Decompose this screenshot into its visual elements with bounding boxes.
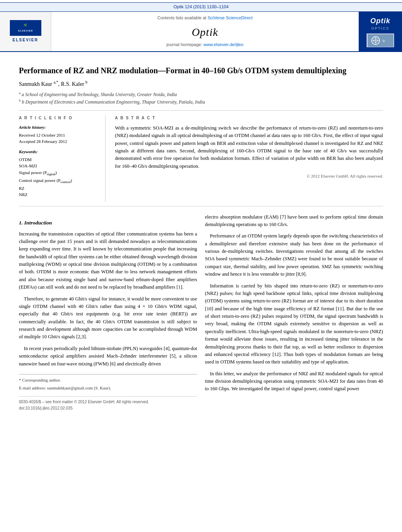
author-names: Sanmukh Kaur a,*, R.S. Kaler b [19, 81, 87, 87]
abstract-text: With a symmetric SOA-MZI as a de-multipl… [115, 124, 383, 170]
abstract-label: A B S T R A C T [115, 115, 383, 121]
footnote-corresponding: * Corresponding author. [19, 377, 197, 384]
accepted-date: Accepted 28 February 2012 [19, 138, 99, 145]
authors: Sanmukh Kaur a,*, R.S. Kaler b [19, 80, 383, 88]
optik-logo-subtitle: OPTICS [371, 26, 389, 31]
keyword-soa-mzi: SOA-MZI [19, 163, 99, 169]
sciverse-anchor[interactable]: SciVerse ScienceDirect [207, 15, 252, 20]
footnote-email: E-mail address: sanmukhkaur@gmail.com (S… [19, 385, 197, 391]
keyword-nrz: NRZ [19, 191, 99, 198]
svg-text:9: 9 [383, 39, 385, 43]
svg-text:🌿: 🌿 [24, 23, 28, 27]
journal-name: Optik [192, 24, 218, 41]
optik-logo-image: 9 [367, 33, 394, 47]
journal-header-inner: 🌿 ELSEVIER ELSEVIER Contents lists avail… [0, 11, 402, 51]
affiliation-b: b b Department of Electronics and Commun… [19, 98, 383, 106]
keyword-rz: RZ [19, 185, 99, 192]
main-content: Performance of RZ and NRZ modulation—For… [0, 52, 402, 421]
elsevier-logo: 🌿 ELSEVIER ELSEVIER [0, 12, 51, 51]
divider-1 [19, 110, 383, 111]
journal-homepage: journal homepage: www.elsevier.de/ijleo [167, 42, 244, 48]
footnotes: * Corresponding author. E-mail address: … [19, 374, 197, 391]
abstract-column: A B S T R A C T With a symmetric SOA-MZI… [115, 115, 383, 202]
article-title: Performance of RZ and NRZ modulation—For… [19, 65, 383, 76]
keyword-signal-power: Signal power (Psignal) [19, 169, 99, 177]
info-abstract: A R T I C L E I N F O Article history: R… [19, 115, 383, 202]
body-col-right: electro absorption modulator (EAM) [7] h… [205, 213, 383, 411]
divider-2 [19, 206, 383, 206]
journal-center: Contents lists available at SciVerse Sci… [51, 12, 359, 51]
journal-header: Optik 124 (2013) 1100–1104 🌿 ELSEVIER EL… [0, 0, 402, 52]
keyword-otdm: OTDM [19, 156, 99, 163]
journal-ref-line: Optik 124 (2013) 1100–1104 [0, 2, 402, 11]
body-para-r3: Information is carried by bits shaped in… [205, 282, 383, 366]
body-para-r4: In this letter, we analyze the performan… [205, 370, 383, 393]
sciverse-link: Contents lists available at SciVerse Sci… [157, 15, 252, 21]
article-info-label: A R T I C L E I N F O [19, 115, 99, 121]
body-columns: 1. Introduction Increasing the transmiss… [19, 213, 383, 411]
homepage-link[interactable]: www.elsevier.de/ijleo [204, 42, 244, 47]
keywords-section: Keywords: OTDM SOA-MZI Signal power (Psi… [19, 149, 99, 198]
body-para-3: In recent years periodically poled lithi… [19, 345, 197, 368]
elsevier-logo-img: 🌿 ELSEVIER [10, 20, 41, 36]
doi-line: doi:10.1016/j.ijleo.2012.02.035 [19, 405, 197, 412]
issn-line: 0030-4026/$ – see front matter © 2012 El… [19, 399, 197, 405]
svg-text:ELSEVIER: ELSEVIER [18, 30, 33, 32]
elsevier-label: ELSEVIER [13, 37, 38, 43]
history-section: Article history: Received 12 October 201… [19, 124, 99, 145]
body-para-r1: electro absorption modulator (EAM) [7] h… [205, 213, 383, 229]
keyword-control-power: Control signal power (Pcontrol) [19, 177, 99, 185]
copyright-line: © 2012 Elsevier GmbH. All rights reserve… [115, 173, 383, 180]
body-col-left: 1. Introduction Increasing the transmiss… [19, 213, 197, 411]
body-para-2: Therefore, to generate 40 Gbit/s signal … [19, 295, 197, 341]
optik-logo-box: Optik OPTICS 9 [359, 12, 402, 51]
bottom-bar: 0030-4026/$ – see front matter © 2012 El… [19, 396, 197, 411]
received-date: Received 12 October 2011 [19, 132, 99, 139]
body-para-r2: Performance of an OTDM system largely de… [205, 232, 383, 278]
keywords-label: Keywords: [19, 149, 99, 155]
optik-logo-title: Optik [370, 16, 390, 26]
affiliation-a: a a School of Engineering and Technology… [19, 91, 383, 98]
section1-heading: 1. Introduction [19, 219, 197, 227]
article-info: A R T I C L E I N F O Article history: R… [19, 115, 106, 202]
history-label: Article history: [19, 124, 99, 131]
body-para-1: Increasing the transmission capacities o… [19, 230, 197, 291]
affiliations: a a School of Engineering and Technology… [19, 91, 383, 106]
